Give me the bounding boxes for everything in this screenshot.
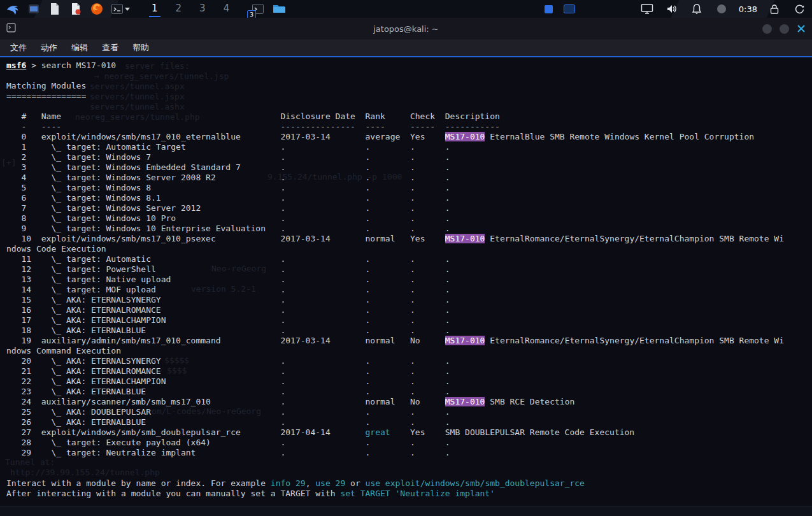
folder-window-button[interactable] — [271, 1, 287, 17]
window-bottom-strip — [0, 506, 812, 516]
terminal-line: 3 \_ target: Windows Embedded Standard 7… — [6, 162, 812, 173]
workspace-switcher: 1 2 3 4 — [149, 1, 232, 17]
window-preview-icon[interactable] — [563, 1, 576, 17]
window-titlebar[interactable]: jatopos@kali: ~ — [0, 18, 812, 39]
menu-actions[interactable]: 动作 — [34, 41, 64, 55]
terminal-line: 24 auxiliary/scanner/smb/smb_ms17_010 . … — [6, 397, 812, 407]
terminal-line: ================ — [6, 91, 812, 101]
close-button[interactable] — [797, 24, 806, 33]
terminal-line: 22 \_ AKA: ETERNALCHAMPION . . . . — [6, 376, 812, 387]
terminal-line: 15 \_ AKA: ETERNALSYNERGY . . . . — [6, 295, 812, 305]
terminal-line: 6 \_ target: Windows 8.1 . . . . — [6, 193, 812, 203]
terminal-line: 21 \_ AKA: ETERNALROMANCE . . . . — [6, 366, 812, 376]
terminal-line: 19 auxiliary/admin/smb/ms17_010_command … — [6, 336, 812, 346]
menu-view[interactable]: 查看 — [95, 41, 125, 55]
lock-icon[interactable] — [767, 1, 782, 17]
terminal-line: 28 \_ target: Execute payload (x64) . . … — [6, 438, 812, 448]
chevron-down-icon — [125, 8, 130, 11]
input-method-icon[interactable] — [545, 1, 553, 17]
terminal-line: 12 \_ target: PowerShell . . . . — [6, 264, 812, 275]
terminal-line: 17 \_ AKA: ETERNALCHAMPION . . . . — [6, 315, 812, 326]
menu-help[interactable]: 帮助 — [125, 41, 156, 55]
workspace-1[interactable]: 1 — [149, 1, 160, 17]
power-session-icon[interactable] — [792, 1, 807, 17]
terminal-line: 18 \_ AKA: ETERNALBLUE . . . . — [6, 326, 812, 336]
volume-icon[interactable] — [664, 1, 680, 17]
firefox-icon[interactable] — [89, 1, 104, 17]
terminal-line: Matching Modules — [6, 81, 812, 91]
terminal-line — [6, 101, 812, 111]
close-icon — [797, 24, 806, 33]
terminal-line: 26 \_ AKA: ETERNALBLUE . . . . — [6, 417, 812, 427]
terminal-line: 0 exploit/windows/smb/ms17_010_eternalbl… — [6, 132, 812, 142]
menu-file[interactable]: 文件 — [3, 41, 34, 55]
menu-edit[interactable]: 编辑 — [64, 41, 95, 55]
terminal-line: 8 \_ target: Windows 10 Pro . . . . — [6, 213, 812, 224]
kali-menu-icon[interactable] — [5, 1, 20, 17]
terminal-line — [6, 458, 812, 468]
terminal-line: After interacting with a module you can … — [6, 489, 812, 499]
terminal-line: 27 exploit/windows/smb/smb_doublepulsar_… — [6, 427, 812, 438]
text-editor-icon[interactable] — [68, 1, 83, 17]
notifications-bell-icon[interactable] — [689, 1, 704, 17]
terminal-line: Interact with a module by name or index.… — [6, 478, 812, 489]
file-manager-icon[interactable] — [26, 1, 41, 17]
display-icon[interactable] — [639, 1, 655, 17]
terminal-launcher-icon[interactable] — [110, 1, 131, 17]
terminal-line: 11 \_ target: Automatic . . . . — [6, 254, 812, 264]
terminal-line: 16 \_ AKA: ETERNALROMANCE . . . . — [6, 305, 812, 315]
terminal-line: ndows Command Execution — [6, 346, 812, 356]
terminal-line: 20 \_ AKA: ETERNALSYNERGY . . . . — [6, 356, 812, 366]
desktop-screen: 1 2 3 4 3 — [0, 0, 812, 516]
terminal-line: 29 \_ target: Neutralize implant . . . . — [6, 448, 812, 458]
terminal-line: 13 \_ target: Native upload . . . . — [6, 275, 812, 285]
menubar: 文件 动作 编辑 查看 帮助 — [0, 39, 812, 56]
terminal-line: 14 \_ target: MOF upload . . . . — [6, 285, 812, 295]
clock[interactable]: 0:38 — [739, 4, 757, 14]
taskbar: 1 2 3 4 3 — [0, 0, 812, 18]
terminal-line: ndows Code Execution — [6, 244, 812, 254]
workspace-3[interactable]: 3 — [197, 1, 208, 17]
dnd-toggle-icon[interactable] — [714, 1, 729, 17]
workspace-2[interactable]: 2 — [173, 1, 185, 17]
terminal-line: 10 exploit/windows/smb/ms17_010_psexec 2… — [6, 234, 812, 244]
notification-badge: 3 — [247, 10, 256, 18]
terminal-line: 2 \_ target: Windows 7 . . . . — [6, 152, 812, 162]
terminal-line: 4 \_ target: Windows Server 2008 R2 . . … — [6, 173, 812, 183]
minimize-button[interactable] — [762, 24, 772, 34]
taskbar-tray: 0:38 — [545, 1, 807, 17]
terminal-line: 25 \_ AKA: DOUBLEPULSAR . . . . — [6, 407, 812, 417]
window-title: jatopos@kali: ~ — [0, 24, 812, 34]
terminal-line — [6, 71, 812, 81]
terminal-line: 5 \_ target: Windows 8 . . . . — [6, 183, 812, 193]
terminal-output: msf6 > search MS17-010 Matching Modules=… — [0, 57, 812, 499]
terminal-line: - ---- --------------- ---- ----- ------… — [6, 122, 812, 132]
terminal-line: 23 \_ AKA: ETERNALBLUE . . . . — [6, 387, 812, 397]
terminal-line — [6, 468, 812, 478]
terminal-line: # Name Disclosure Date Rank Check Descri… — [6, 111, 812, 122]
documents-icon[interactable] — [47, 1, 62, 17]
terminal-line: 7 \_ target: Windows Server 2012 . . . . — [6, 203, 812, 213]
terminal-window-button[interactable]: 3 — [250, 1, 266, 17]
terminal-line: msf6 > search MS17-010 — [6, 61, 812, 71]
terminal-line: 9 \_ target: Windows 10 Enterprise Evalu… — [6, 224, 812, 234]
terminal-line: 1 \_ target: Automatic Target . . . . — [6, 142, 812, 152]
terminal-content[interactable]: server files:→ neoreg_servers/tunnel.jsp… — [0, 57, 812, 506]
terminal-window: jatopos@kali: ~ 文件 动作 编辑 查看 帮助 server fi… — [0, 18, 812, 516]
workspace-4[interactable]: 4 — [221, 1, 232, 17]
maximize-button[interactable] — [780, 24, 789, 34]
